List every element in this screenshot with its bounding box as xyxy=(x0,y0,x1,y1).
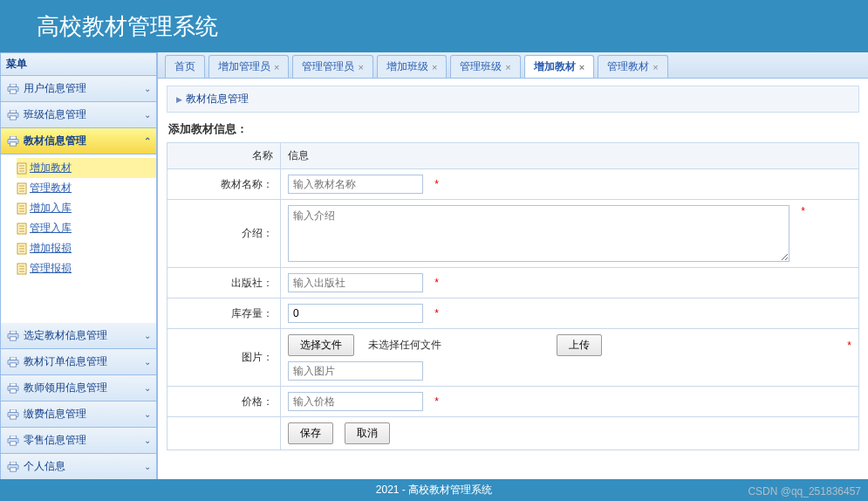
sidebar-item-selected[interactable]: 选定教材信息管理 ⌄ xyxy=(0,323,157,349)
tab-label: 增加管理员 xyxy=(218,59,270,74)
close-icon[interactable]: × xyxy=(274,62,279,72)
submenu-item[interactable]: 增加报损 xyxy=(17,238,156,258)
svg-rect-5 xyxy=(10,115,17,119)
sidebar-item-fees[interactable]: 缴费信息管理 ⌄ xyxy=(0,401,157,428)
choose-file-button[interactable]: 选择文件 xyxy=(288,334,354,356)
tab-label: 管理教材 xyxy=(607,59,649,74)
label-image: 图片： xyxy=(167,329,281,387)
tab-manage-admin[interactable]: 管理管理员× xyxy=(292,55,372,78)
sidebar-item-label: 班级信息管理 xyxy=(24,107,86,122)
chevron-up-icon: ⌃ xyxy=(144,136,151,146)
svg-rect-2 xyxy=(10,89,17,93)
save-button[interactable]: 保存 xyxy=(288,422,333,444)
svg-rect-45 xyxy=(10,436,17,438)
breadcrumb: ▶ 教材信息管理 xyxy=(167,86,859,113)
label-stock: 库存量： xyxy=(167,299,281,329)
tab-manage-textbook[interactable]: 管理教材× xyxy=(598,55,667,78)
image-input[interactable] xyxy=(288,361,423,381)
main-layout: 菜单 用户信息管理 ⌄ 班级信息管理 ⌄ 教材信息管理 ⌃ 增加教材 管理教材 xyxy=(0,52,868,480)
close-icon[interactable]: × xyxy=(579,62,584,72)
printer-icon xyxy=(6,408,20,421)
printer-icon xyxy=(6,356,20,368)
sidebar-item-retail[interactable]: 零售信息管理 ⌄ xyxy=(0,428,157,454)
svg-rect-6 xyxy=(10,136,17,139)
submenu-item[interactable]: 管理教材 xyxy=(17,178,156,198)
label-price: 价格： xyxy=(167,387,281,417)
submenu-item[interactable]: 管理报损 xyxy=(17,258,156,278)
printer-icon xyxy=(6,330,20,342)
tab-manage-class[interactable]: 管理班级× xyxy=(450,55,520,78)
stock-input[interactable] xyxy=(288,304,423,323)
chevron-down-icon: ⌄ xyxy=(144,462,151,471)
sidebar-item-profile[interactable]: 个人信息 ⌄ xyxy=(0,454,157,480)
tab-home[interactable]: 首页 xyxy=(165,55,205,78)
printer-icon xyxy=(6,135,20,148)
sidebar-item-label: 教材订单信息管理 xyxy=(24,354,107,369)
svg-rect-3 xyxy=(10,110,17,113)
svg-rect-41 xyxy=(10,388,17,392)
required-mark: * xyxy=(801,205,805,217)
tab-label: 增加教材 xyxy=(534,59,576,74)
sidebar: 菜单 用户信息管理 ⌄ 班级信息管理 ⌄ 教材信息管理 ⌃ 增加教材 管理教材 xyxy=(0,52,157,480)
sidebar-item-teacher[interactable]: 教师领用信息管理 ⌄ xyxy=(0,375,157,401)
label-publisher: 出版社： xyxy=(167,268,281,299)
document-icon xyxy=(17,162,27,175)
sidebar-item-users[interactable]: 用户信息管理 ⌄ xyxy=(0,76,157,102)
chevron-down-icon: ⌄ xyxy=(144,84,151,93)
breadcrumb-text: 教材信息管理 xyxy=(186,92,249,106)
svg-rect-38 xyxy=(10,362,17,366)
header-info: 信息 xyxy=(281,143,859,169)
printer-icon xyxy=(6,109,20,121)
tab-label: 首页 xyxy=(174,59,195,74)
chevron-down-icon: ⌄ xyxy=(144,436,151,445)
required-mark: * xyxy=(434,277,439,289)
printer-icon xyxy=(6,83,20,95)
sidebar-item-orders[interactable]: 教材订单信息管理 ⌄ xyxy=(0,349,157,375)
sidebar-item-label: 选定教材信息管理 xyxy=(24,328,107,343)
price-input[interactable] xyxy=(288,392,423,411)
submenu-link[interactable]: 管理教材 xyxy=(30,181,72,196)
printer-icon xyxy=(6,382,20,395)
tab-label: 增加班级 xyxy=(386,59,428,74)
svg-rect-39 xyxy=(10,383,17,386)
sidebar-item-classes[interactable]: 班级信息管理 ⌄ xyxy=(0,102,157,128)
submenu-link[interactable]: 增加入库 xyxy=(30,201,72,216)
close-icon[interactable]: × xyxy=(653,62,658,72)
printer-icon xyxy=(6,461,20,473)
submenu-link[interactable]: 管理报损 xyxy=(30,261,72,276)
label-intro: 介绍： xyxy=(167,200,281,268)
submenu-link[interactable]: 增加报损 xyxy=(30,241,72,256)
header-name: 名称 xyxy=(167,143,281,169)
name-input[interactable] xyxy=(288,175,423,194)
label-name: 教材名称： xyxy=(167,169,281,200)
upload-button[interactable]: 上传 xyxy=(557,334,602,356)
close-icon[interactable]: × xyxy=(505,62,510,72)
publisher-input[interactable] xyxy=(288,273,423,292)
close-icon[interactable]: × xyxy=(432,62,437,72)
row-name: 教材名称： * xyxy=(167,169,859,200)
chevron-down-icon: ⌄ xyxy=(144,383,151,393)
app-header: 高校教材管理系统 xyxy=(0,0,868,52)
intro-textarea[interactable] xyxy=(288,205,789,262)
chevron-down-icon: ⌄ xyxy=(144,110,151,120)
sidebar-item-label: 个人信息 xyxy=(24,459,65,474)
document-icon xyxy=(17,202,27,215)
submenu-item-add-textbook[interactable]: 增加教材 xyxy=(17,158,156,178)
document-icon xyxy=(17,223,27,235)
row-intro: 介绍： * xyxy=(167,200,859,268)
tab-label: 管理管理员 xyxy=(302,59,354,74)
close-icon[interactable]: × xyxy=(358,62,363,72)
submenu-item[interactable]: 增加入库 xyxy=(17,198,156,218)
submenu-item[interactable]: 管理入库 xyxy=(17,218,156,238)
cancel-button[interactable]: 取消 xyxy=(345,422,390,444)
document-icon xyxy=(17,243,27,255)
row-stock: 库存量： * xyxy=(167,299,859,329)
submenu-link[interactable]: 管理入库 xyxy=(30,221,72,236)
chevron-down-icon: ⌄ xyxy=(144,409,151,419)
tab-add-textbook[interactable]: 增加教材× xyxy=(524,55,594,78)
tab-add-admin[interactable]: 增加管理员× xyxy=(208,55,289,78)
sidebar-item-textbook[interactable]: 教材信息管理 ⌃ xyxy=(0,128,157,154)
submenu-link[interactable]: 增加教材 xyxy=(30,161,72,175)
tab-add-class[interactable]: 增加班级× xyxy=(377,55,447,78)
row-image: 图片： 选择文件 未选择任何文件 上传 * xyxy=(167,329,859,387)
